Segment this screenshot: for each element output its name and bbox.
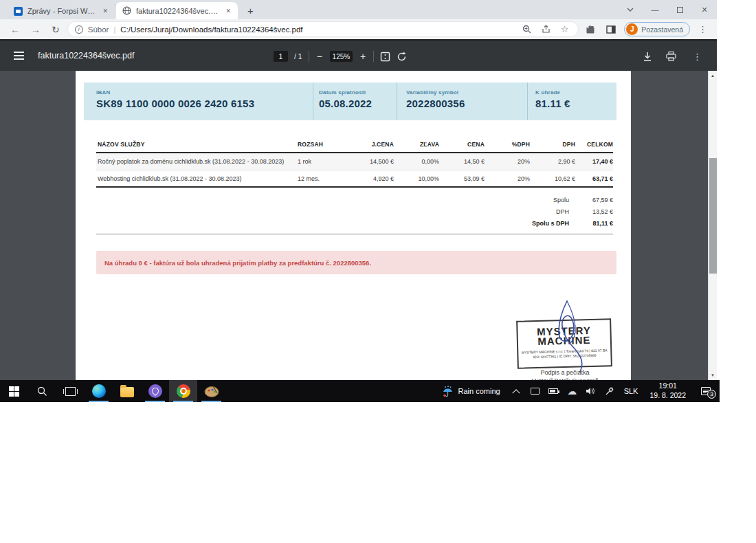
- window-close-button[interactable]: ✕: [692, 0, 717, 19]
- task-view-icon: [65, 387, 76, 396]
- col-pdph: %DPH: [485, 141, 530, 148]
- zoom-level-input[interactable]: 125%: [330, 51, 353, 62]
- paint-palette-icon: [204, 385, 219, 397]
- file-explorer-icon: [120, 387, 134, 397]
- col-zlava: ZĽAVA: [394, 141, 439, 148]
- task-view-button[interactable]: [56, 380, 85, 402]
- start-button[interactable]: [0, 380, 28, 402]
- zoom-in-button[interactable]: +: [359, 51, 367, 62]
- variable-symbol-value: 2022800356: [406, 98, 527, 109]
- window-minimize-button[interactable]: —: [643, 0, 667, 19]
- action-center-button[interactable]: 3: [692, 380, 720, 402]
- scrollbar-thumb[interactable]: [709, 158, 717, 274]
- profile-status-label: Pozastavená: [641, 25, 683, 34]
- tab-invoice-pdf[interactable]: faktura10224364švec.pdf ✕: [115, 2, 238, 19]
- taskbar-edge-button[interactable]: [85, 380, 113, 402]
- side-panel-icon[interactable]: [603, 25, 619, 34]
- page-count-label: / 1: [294, 52, 302, 60]
- cell-pdph: 20%: [485, 158, 530, 165]
- pdf-scrollbar[interactable]: ▲ ▼: [708, 71, 717, 380]
- tab-title: faktura10224364švec.pdf: [136, 7, 219, 15]
- total-label: DPH: [500, 208, 569, 215]
- rain-umbrella-icon: [442, 386, 454, 397]
- language-indicator[interactable]: SLK: [619, 387, 644, 395]
- onedrive-cloud-icon[interactable]: ☁: [563, 380, 581, 402]
- fit-to-page-icon[interactable]: [380, 52, 390, 62]
- signature-caption: Podpis a pečiatka: [517, 369, 613, 376]
- zoom-magnifier-icon[interactable]: [520, 25, 534, 34]
- col-rozsah: ROZSAH: [298, 141, 340, 148]
- total-value: 81,11 €: [569, 220, 613, 227]
- usb-plug-icon[interactable]: [600, 380, 619, 402]
- browser-menu-icon[interactable]: ⋮: [696, 24, 710, 34]
- taskbar-viber-button[interactable]: [141, 380, 169, 402]
- taskbar-paint-app-button[interactable]: [197, 380, 225, 402]
- pdf-viewport: IBAN SK89 1100 0000 0026 2420 6153 Dátum…: [0, 71, 717, 380]
- battery-icon[interactable]: [544, 380, 563, 402]
- window-chevron-icon[interactable]: [618, 0, 643, 19]
- cell-name: Webhosting cichlidklub.sk (31.08.2022 - …: [96, 175, 298, 182]
- share-icon[interactable]: [539, 25, 553, 34]
- notification-badge: 3: [707, 390, 716, 399]
- bookmark-star-icon[interactable]: ☆: [558, 24, 572, 34]
- total-with-vat: Spolu s DPH 81,11 €: [96, 217, 613, 229]
- cell-celkom: 63,71 €: [575, 175, 613, 182]
- cell-zlava: 10,00%: [394, 175, 439, 182]
- amount-due-label: K úhrade: [535, 89, 616, 96]
- invoice-summary-bar: IBAN SK89 1100 0000 0026 2420 6153 Dátum…: [84, 82, 616, 120]
- windows-logo-icon: [9, 386, 19, 397]
- col-dph: DPH: [530, 141, 575, 148]
- due-date-label: Dátum splatnosti: [319, 89, 397, 96]
- cell-dph: 2,90 €: [530, 158, 575, 165]
- col-celkom: CELKOM: [575, 141, 613, 148]
- col-nazov: NÁZOV SLUŽBY: [96, 141, 298, 148]
- url-divider: |: [113, 25, 115, 34]
- tablet-mode-icon[interactable]: [526, 380, 544, 402]
- profile-chip[interactable]: J Pozastavená: [624, 22, 690, 36]
- total-subtotal: Spolu 67,59 €: [96, 194, 613, 206]
- cell-pdph: 20%: [485, 175, 530, 182]
- tab-close-icon[interactable]: ✕: [101, 6, 109, 16]
- new-tab-button[interactable]: +: [243, 5, 258, 16]
- extensions-puzzle-icon[interactable]: [583, 25, 598, 34]
- taskbar-explorer-button[interactable]: [113, 380, 141, 402]
- taskbar-clock[interactable]: 19:01 19. 8. 2022: [643, 381, 692, 400]
- url-text: C:/Users/Juraj/Downloads/faktura10224364…: [120, 25, 514, 34]
- toolbar-divider: [373, 51, 374, 62]
- table-row: Ročný poplatok za doménu cichlidklub.sk …: [96, 153, 613, 170]
- tab-title: Zprávy - Forpsi Webmail: [27, 7, 96, 15]
- system-tray: Rain coming ☁ SLK 19:01 19. 8. 2022 3: [435, 380, 720, 402]
- weather-widget[interactable]: Rain coming: [435, 380, 507, 402]
- payment-notice-text: Na úhradu 0 € - faktúra už bola uhradená…: [96, 259, 371, 267]
- url-scheme-label: Súbor: [88, 25, 109, 34]
- address-bar[interactable]: i Súbor | C:/Users/Juraj/Downloads/faktu…: [67, 21, 579, 37]
- browser-window: Zprávy - Forpsi Webmail ✕ faktura1022436…: [0, 0, 717, 402]
- cell-name: Ročný poplatok za doménu cichlidklub.sk …: [96, 158, 298, 165]
- iban-value: SK89 1100 0000 0026 2420 6153: [96, 98, 313, 109]
- scroll-up-icon[interactable]: ▲: [709, 74, 717, 78]
- globe-favicon-icon: [122, 6, 131, 15]
- rotate-icon[interactable]: [397, 52, 407, 62]
- tray-chevron-up-icon[interactable]: [507, 380, 526, 402]
- window-maximize-button[interactable]: [667, 0, 692, 19]
- chrome-icon: [177, 384, 190, 398]
- scroll-down-icon[interactable]: ▼: [709, 373, 717, 377]
- pdf-more-menu-icon[interactable]: ⋮: [690, 52, 704, 62]
- pdf-menu-icon[interactable]: [11, 49, 27, 63]
- page-info-icon[interactable]: i: [75, 25, 83, 34]
- taskbar-chrome-button[interactable]: [169, 380, 197, 402]
- taskbar-search-button[interactable]: [28, 380, 56, 402]
- variable-symbol-label: Variabililný symbol: [406, 89, 527, 96]
- zoom-out-button[interactable]: −: [315, 51, 324, 62]
- weather-label: Rain coming: [458, 387, 500, 395]
- reload-icon[interactable]: ↻: [48, 24, 63, 35]
- page-number-input[interactable]: 1: [274, 51, 288, 62]
- tab-close-icon[interactable]: ✕: [224, 6, 232, 16]
- browser-toolbar: ← → ↻ i Súbor | C:/Users/Juraj/Downloads…: [0, 19, 717, 39]
- forward-icon[interactable]: →: [27, 24, 44, 35]
- print-icon[interactable]: [666, 52, 676, 61]
- download-icon[interactable]: [643, 52, 652, 62]
- volume-icon[interactable]: [581, 380, 600, 402]
- back-icon[interactable]: ←: [7, 24, 23, 35]
- tab-webmail[interactable]: Zprávy - Forpsi Webmail ✕: [7, 4, 115, 18]
